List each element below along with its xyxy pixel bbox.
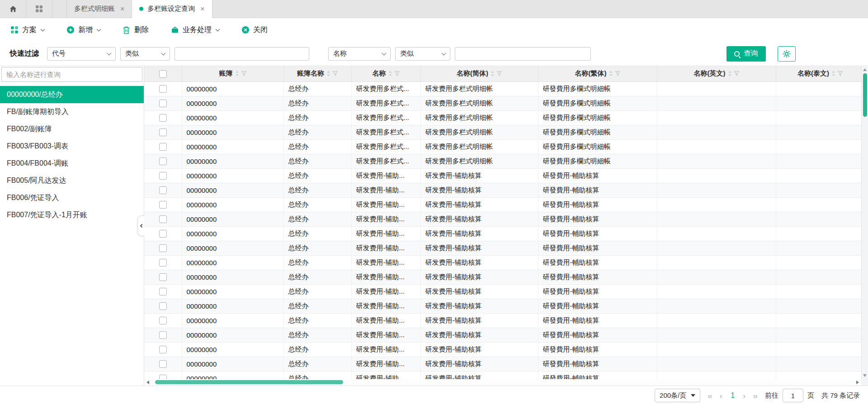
row-checkbox[interactable] [159,201,167,209]
table-row[interactable]: 00000000总经办研发费用-辅助...研发费用-辅助核算研發費用-輔助核算 [144,255,861,270]
tab-multi-column-setting-query[interactable]: 多栏账设定查询 × [132,0,212,18]
horizontal-scrollbar-thumb[interactable] [155,380,343,384]
row-checkbox[interactable] [159,244,167,252]
row-checkbox[interactable] [159,273,167,281]
column-header[interactable]: 名称(英文) [657,66,776,81]
table-row[interactable]: 00000000总经办研发费用-辅助...研发费用-辅助核算研發費用-輔助核算 [144,313,861,328]
sort-icon[interactable] [831,71,835,76]
apps-button[interactable] [26,0,52,18]
sidebar-item[interactable]: 00000000/总经办 [0,86,144,103]
sort-icon[interactable] [728,71,732,76]
select-all-checkbox[interactable] [159,70,167,78]
table-row[interactable]: 00000000总经办研发费用-辅助...研发费用-辅助核算研發費用-輔助核算 [144,168,861,183]
vertical-scrollbar-thumb[interactable] [863,73,867,117]
filter-funnel-icon[interactable] [333,71,338,76]
filter-value-input-1[interactable] [175,47,309,61]
row-checkbox[interactable] [159,215,167,223]
row-checkbox[interactable] [159,114,167,122]
close-button[interactable]: 关闭 [241,25,268,35]
row-checkbox[interactable] [159,157,167,165]
sort-icon[interactable] [388,71,392,76]
filter-funnel-icon[interactable] [838,71,843,76]
search-button[interactable]: 查询 [726,46,766,62]
row-checkbox[interactable] [159,100,167,107]
table-row[interactable]: 00000000总经办研发费用-辅助...研发费用-辅助核算研發費用-輔助核算 [144,226,861,241]
row-checkbox[interactable] [159,186,167,194]
filter-funnel-icon[interactable] [615,71,620,76]
sidebar-collapse-button[interactable] [137,215,144,236]
row-checkbox[interactable] [159,129,167,136]
filter-operator-select-2[interactable]: 类似 [395,47,450,61]
scroll-right-arrow-icon[interactable] [856,381,859,384]
table-row[interactable]: 00000000总经办研发费用-辅助...研发费用-辅助核算研發費用-輔助核算 [144,197,861,212]
row-checkbox[interactable] [159,317,167,324]
filter-funnel-icon[interactable] [395,71,400,76]
table-row[interactable]: 00000000总经办研发费用-辅助...研发费用-辅助核算研發費用-輔助核算 [144,241,861,255]
business-process-button[interactable]: 业务处理 [170,25,219,35]
table-row[interactable]: 00000000总经办研发费用多栏式...研发费用多栏式明细帐研發費用多欄式明細… [144,81,861,96]
table-row[interactable]: 00000000总经办研发费用多栏式...研发费用多栏式明细帐研發費用多欄式明細… [144,154,861,168]
table-row[interactable]: 00000000总经办研发费用-辅助...研发费用-辅助核算研發費用-輔助核算 [144,212,861,226]
sidebar-item[interactable]: FB003/FB003-调表 [0,138,144,155]
row-checkbox[interactable] [159,302,167,310]
column-header[interactable]: 名称(泰文) [776,66,861,81]
table-row[interactable]: 00000000总经办研发费用多栏式...研发费用多栏式明细帐研發費用多欄式明細… [144,110,861,125]
table-row[interactable]: 00000000总经办研发费用-辅助...研发费用-辅助核算研發費用-輔助核算 [144,328,861,342]
scheme-button[interactable]: 方案 [10,25,44,35]
row-checkbox[interactable] [159,143,167,151]
sidebar-item[interactable]: FB002/副账簿 [0,120,144,138]
sidebar-item[interactable]: FB004/FB004-调账 [0,155,144,172]
table-row[interactable]: 00000000总经办研发费用多栏式...研发费用多栏式明细帐研發費用多欄式明細… [144,139,861,154]
sidebar-item[interactable]: FB005/阿凡达发达 [0,172,144,189]
close-icon[interactable]: × [120,5,124,13]
sort-icon[interactable] [235,71,239,76]
next-page-button[interactable]: › [743,391,745,400]
first-page-button[interactable]: « [708,391,712,400]
goto-page-input[interactable] [783,389,803,402]
delete-button[interactable]: 删除 [122,25,149,35]
filter-funnel-icon[interactable] [241,71,246,76]
column-header[interactable]: 名称 [351,66,420,81]
filter-funnel-icon[interactable] [497,71,502,76]
row-checkbox[interactable] [159,360,167,368]
row-checkbox[interactable] [159,288,167,295]
column-header[interactable]: 名称(简体) [420,66,538,81]
table-row[interactable]: 00000000总经办研发费用多栏式...研发费用多栏式明细帐研發費用多欄式明細… [144,125,861,139]
filter-funnel-icon[interactable] [734,71,739,76]
page-size-select[interactable]: 200条/页 [655,389,700,402]
filter-value-input-2[interactable] [455,47,591,61]
row-checkbox[interactable] [159,85,167,93]
scroll-down-arrow-icon[interactable] [863,374,867,377]
sidebar-item[interactable]: FB006/凭证导入 [0,189,144,206]
sidebar-search-input[interactable] [1,67,142,82]
table-row[interactable]: 00000000总经办研发费用-辅助...研发费用-辅助核算研發費用-輔助核算 [144,342,861,357]
scroll-left-arrow-icon[interactable] [146,381,149,384]
filter-field-select-2[interactable]: 名称 [328,47,391,61]
current-page-number[interactable]: 1 [731,391,735,400]
row-checkbox[interactable] [159,346,167,353]
row-checkbox[interactable] [159,375,167,379]
sidebar-item[interactable]: FB/副账簿期初导入 [0,103,144,120]
row-checkbox[interactable] [159,259,167,267]
filter-field-select-1[interactable]: 代号 [47,47,116,61]
home-button[interactable] [0,0,26,18]
sort-icon[interactable] [491,71,495,76]
table-row[interactable]: 00000000总经办研发费用-辅助...研发费用-辅助核算研發費用-輔助核算 [144,371,861,379]
table-row[interactable]: 00000000总经办研发费用-辅助...研发费用-辅助核算研發費用-輔助核算 [144,270,861,284]
table-row[interactable]: 00000000总经办研发费用-辅助...研发费用-辅助核算研發費用-輔助核算 [144,183,861,197]
last-page-button[interactable]: » [753,391,758,400]
table-row[interactable]: 00000000总经办研发费用-辅助...研发费用-辅助核算研發費用-輔助核算 [144,357,861,371]
row-checkbox[interactable] [159,230,167,238]
sort-icon[interactable] [326,71,330,76]
scroll-up-arrow-icon[interactable] [863,68,867,71]
table-row[interactable]: 00000000总经办研发费用-辅助...研发费用-辅助核算研發費用-輔助核算 [144,299,861,313]
add-button[interactable]: 新增 [66,25,100,35]
filter-operator-select-1[interactable]: 类似 [120,47,170,61]
column-header[interactable]: 账簿名称 [283,66,351,81]
row-checkbox[interactable] [159,331,167,339]
settings-button[interactable] [778,46,796,62]
prev-page-button[interactable]: ‹ [720,391,722,400]
column-header[interactable]: 账簿 [182,66,283,81]
sort-icon[interactable] [609,71,613,76]
table-row[interactable]: 00000000总经办研发费用-辅助...研发费用-辅助核算研發費用-輔助核算 [144,284,861,299]
